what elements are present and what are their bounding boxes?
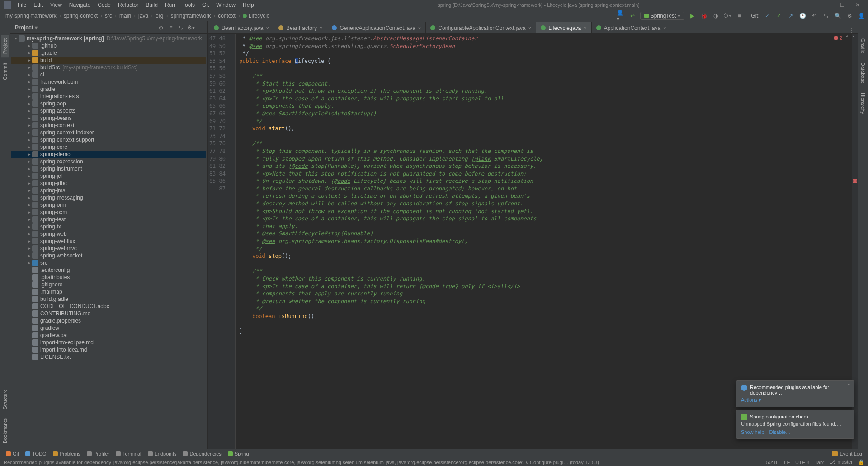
- tree-row[interactable]: ▸build: [11, 57, 206, 64]
- close-tab-icon[interactable]: ×: [418, 25, 421, 31]
- stop-button[interactable]: ■: [735, 12, 743, 20]
- expander-icon[interactable]: ▸: [27, 123, 32, 128]
- tree-row[interactable]: ▸.github: [11, 42, 206, 49]
- notification-spring[interactable]: ˅ Spring configuration check Unmapped Sp…: [736, 410, 854, 439]
- menu-view[interactable]: View: [47, 0, 65, 10]
- close-icon[interactable]: ˅: [848, 384, 850, 390]
- menu-git[interactable]: Git: [199, 0, 212, 10]
- sidebar-tab-gradle[interactable]: Gradle: [859, 35, 867, 57]
- tree-row[interactable]: ▸spring-tx: [11, 223, 206, 230]
- tool-tab-git[interactable]: Git: [3, 451, 22, 456]
- tool-tab-endpoints[interactable]: Endpoints: [145, 451, 180, 456]
- tree-row[interactable]: ▸buildSrc[my-spring-framework.buildSrc]: [11, 64, 206, 71]
- tree-row[interactable]: ▸spring-instrument: [11, 165, 206, 172]
- breadcrumb-item[interactable]: my-spring-framework: [3, 12, 59, 20]
- expander-icon[interactable]: ▸: [27, 232, 32, 236]
- git-branch[interactable]: ⎇ master: [830, 459, 853, 465]
- run-button[interactable]: ▶: [688, 12, 696, 20]
- tree-row[interactable]: ▸spring-orm: [11, 201, 206, 209]
- tree-row[interactable]: ▸spring-webflux: [11, 238, 206, 245]
- close-tab-icon[interactable]: ×: [528, 25, 531, 31]
- git-commit-button[interactable]: ✓: [775, 12, 783, 20]
- tree-row[interactable]: .gitattributes: [11, 274, 206, 281]
- sidebar-tab-structure[interactable]: Structure: [1, 385, 9, 413]
- breadcrumb-item[interactable]: main: [117, 12, 134, 20]
- tree-row[interactable]: ▸framework-bom: [11, 78, 206, 86]
- actions-link[interactable]: Actions ▾: [741, 397, 761, 403]
- git-push-button[interactable]: ↗: [787, 12, 795, 20]
- maximize-button[interactable]: ☐: [835, 1, 849, 9]
- menu-edit[interactable]: Edit: [30, 0, 46, 10]
- search-everywhere-button[interactable]: 🔍: [834, 12, 842, 20]
- expander-icon[interactable]: ▸: [27, 188, 32, 193]
- expander-icon[interactable]: ▸: [27, 174, 32, 178]
- expander-icon[interactable]: ▸: [27, 101, 32, 106]
- collapse-all-icon[interactable]: ⇆: [177, 24, 184, 31]
- expander-icon[interactable]: ▸: [27, 210, 32, 214]
- git-history-button[interactable]: 🕑: [798, 12, 807, 20]
- menu-run[interactable]: Run: [162, 0, 178, 10]
- expander-icon[interactable]: ▸: [27, 166, 32, 171]
- tree-row[interactable]: CONTRIBUTING.md: [11, 310, 206, 317]
- caret-position[interactable]: 50:18: [766, 460, 779, 465]
- expander-icon[interactable]: ▸: [27, 246, 32, 251]
- notification-plugins[interactable]: ˅ Recommended plugins available for depe…: [736, 380, 854, 407]
- tree-row[interactable]: ▸spring-webmvc: [11, 245, 206, 252]
- tree-row[interactable]: .gitignore: [11, 281, 206, 288]
- users-icon[interactable]: 👤▾: [617, 12, 625, 20]
- tree-row[interactable]: gradle.properties: [11, 317, 206, 324]
- editor-tab[interactable]: BeanFactory.java×: [209, 22, 274, 33]
- tree-row[interactable]: ▸ci: [11, 71, 206, 78]
- status-message[interactable]: Recommended plugins available for depend…: [4, 460, 599, 465]
- profile-button[interactable]: ⏱▾: [723, 12, 731, 20]
- sidebar-tab-bookmarks[interactable]: Bookmarks: [1, 415, 9, 447]
- tree-row[interactable]: ▸gradle: [11, 86, 206, 93]
- line-number-gutter[interactable]: 47 48 49 50 51 52 53 54 55 56 57 58 59 6…: [208, 34, 228, 449]
- tree-row[interactable]: ▸spring-messaging: [11, 194, 206, 201]
- inspection-widget[interactable]: 2 ˄ ˅: [834, 35, 855, 41]
- tree-row[interactable]: ▸src: [11, 259, 206, 266]
- line-separator[interactable]: LF: [784, 460, 790, 465]
- close-tab-icon[interactable]: ×: [266, 25, 269, 31]
- expander-icon[interactable]: ▸: [27, 203, 32, 207]
- expander-icon[interactable]: ▸: [27, 130, 32, 135]
- tree-row[interactable]: ▸spring-demo: [11, 151, 206, 158]
- expand-all-icon[interactable]: ≡: [167, 24, 175, 31]
- expander-icon[interactable]: ▸: [27, 224, 32, 229]
- tree-row[interactable]: gradlew.bat: [11, 332, 206, 339]
- close-button[interactable]: ✕: [851, 1, 864, 9]
- project-view-selector[interactable]: Project: [13, 24, 39, 31]
- editor-tab[interactable]: ApplicationContext.java×: [592, 22, 671, 33]
- breadcrumb-item[interactable]: java: [136, 12, 151, 20]
- tool-tab-spring[interactable]: Spring: [225, 451, 252, 456]
- project-tree[interactable]: ▾ my-spring-framework [spring] D:\Java\S…: [10, 34, 207, 449]
- run-configuration-selector[interactable]: SpringTest ▾: [640, 12, 685, 20]
- close-tab-icon[interactable]: ×: [320, 25, 322, 31]
- menu-build[interactable]: Build: [142, 0, 161, 10]
- editor-tab[interactable]: ConfigurableApplicationContext.java×: [426, 22, 536, 33]
- git-rollback-button[interactable]: ↶: [810, 12, 818, 20]
- tree-row[interactable]: ▸spring-oxm: [11, 209, 206, 216]
- tree-row[interactable]: ▸spring-beans: [11, 114, 206, 122]
- back-icon[interactable]: ↩: [628, 12, 637, 20]
- tool-tab-problems[interactable]: Problems: [50, 451, 84, 456]
- breadcrumb-item[interactable]: context: [215, 12, 238, 20]
- tree-row[interactable]: ▸spring-web: [11, 230, 206, 238]
- breadcrumb-item[interactable]: src: [102, 12, 115, 20]
- tool-tab-profiler[interactable]: Profiler: [84, 451, 113, 456]
- breadcrumb-item[interactable]: org: [153, 12, 166, 20]
- prev-highlight-button[interactable]: ˄: [846, 35, 849, 41]
- tree-row[interactable]: ▸.gradle: [11, 49, 206, 57]
- tree-row[interactable]: ▸spring-websocket: [11, 252, 206, 259]
- close-icon[interactable]: ˅: [848, 413, 850, 419]
- menu-file[interactable]: File: [14, 0, 29, 10]
- tree-row[interactable]: .editorconfig: [11, 266, 206, 274]
- menu-window[interactable]: Window: [213, 0, 239, 10]
- editor-tab[interactable]: BeanFactory×: [274, 22, 327, 33]
- tree-row[interactable]: ▸spring-test: [11, 216, 206, 223]
- coverage-button[interactable]: ◑: [712, 12, 720, 20]
- expander-icon[interactable]: ▸: [27, 261, 32, 265]
- expander-icon[interactable]: ▸: [27, 195, 32, 200]
- tree-row[interactable]: ▸spring-aspects: [11, 107, 206, 114]
- hide-icon[interactable]: —: [197, 24, 204, 31]
